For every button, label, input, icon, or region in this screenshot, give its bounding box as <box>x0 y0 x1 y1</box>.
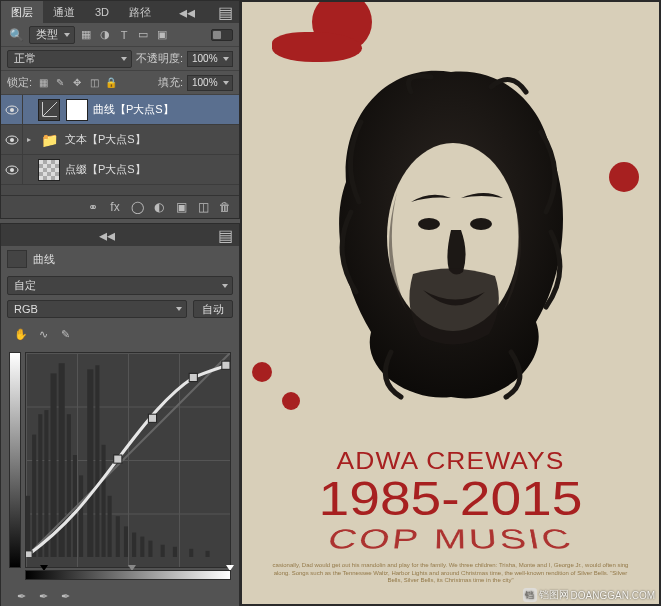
layer-mask-icon[interactable]: ◯ <box>129 199 145 215</box>
folder-icon[interactable]: 📁 <box>38 129 60 151</box>
black-eyedropper-icon[interactable]: ✒ <box>13 588 29 604</box>
curve-tools: ✋ ∿ ✎ <box>7 323 233 345</box>
svg-point-35 <box>418 218 440 230</box>
lock-transparent-icon[interactable]: ▦ <box>36 76 50 90</box>
poster-title: ADWA CREWAYS <box>242 447 659 475</box>
blend-mode-dropdown[interactable]: 正常 <box>7 50 132 68</box>
search-icon[interactable]: 🔍 <box>7 26 25 44</box>
layer-filter-row: 🔍 类型 ▦ ◑ T ▭ ▣ <box>1 23 239 47</box>
lock-pixels-icon[interactable]: ✎ <box>53 76 67 90</box>
fill-field[interactable]: 100% <box>187 75 233 91</box>
new-layer-icon[interactable]: ◫ <box>195 199 211 215</box>
watermark-site: 铛图网 <box>539 588 569 602</box>
poster-subtitle: COP MUSIC <box>242 524 659 556</box>
watermark-icon: 铛 <box>523 588 537 602</box>
filter-kind-dropdown[interactable]: 类型 <box>29 26 75 44</box>
adjustment-layer-icon[interactable]: ◐ <box>151 199 167 215</box>
preset-dropdown[interactable]: 自定 <box>7 276 233 295</box>
layer-fx-icon[interactable]: fx <box>107 199 123 215</box>
paint-splat <box>282 392 300 410</box>
props-title: 曲线 <box>33 252 55 267</box>
curves-grid[interactable] <box>25 352 231 568</box>
expand-icon[interactable]: ▸ <box>23 135 35 144</box>
filter-type-icons: ▦ ◑ T ▭ ▣ <box>79 28 169 42</box>
visibility-icon[interactable] <box>1 95 23 124</box>
layers-footer: ⚭ fx ◯ ◐ ▣ ◫ 🗑 <box>1 195 239 218</box>
filter-pixel-icon[interactable]: ▦ <box>79 28 93 42</box>
svg-rect-29 <box>26 551 32 557</box>
panel-tabs: 图层 通道 3D 路径 ◂◂ ▤ <box>1 1 239 23</box>
tab-layers[interactable]: 图层 <box>1 1 43 23</box>
lock-label: 锁定: <box>7 75 32 90</box>
lock-all-icon[interactable]: 🔒 <box>104 76 118 90</box>
filter-type-icon[interactable]: T <box>117 28 131 42</box>
panel-menu-icon[interactable]: ▤ <box>212 224 239 246</box>
paint-splat <box>609 162 639 192</box>
properties-tabs: ◂◂ ▤ <box>1 224 239 246</box>
lock-artboard-icon[interactable]: ◫ <box>87 76 101 90</box>
lock-icons: ▦ ✎ ✥ ◫ 🔒 <box>36 76 118 90</box>
paint-splat <box>252 362 272 382</box>
curve-overlay[interactable] <box>26 353 230 557</box>
curves-graph[interactable] <box>7 350 233 580</box>
layer-row[interactable]: 点缀【P大点S】 <box>1 155 239 185</box>
svg-point-5 <box>10 168 14 172</box>
filter-toggle[interactable] <box>211 29 233 41</box>
svg-rect-33 <box>222 361 230 369</box>
filter-smart-icon[interactable]: ▣ <box>155 28 169 42</box>
layers-panel: 图层 通道 3D 路径 ◂◂ ▤ 🔍 类型 ▦ ◑ T ▭ ▣ 正常 不透明度:… <box>0 0 240 219</box>
svg-rect-31 <box>148 414 156 422</box>
pixel-thumbnail[interactable] <box>38 159 60 181</box>
tab-3d[interactable]: 3D <box>85 1 119 23</box>
blend-row: 正常 不透明度: 100% <box>1 47 239 71</box>
visibility-icon[interactable] <box>1 125 23 154</box>
watermark: 铛 铛图网 DOANGGAN.COM <box>523 588 655 602</box>
props-header: 曲线 <box>1 246 239 272</box>
fill-label: 填充: <box>158 75 183 90</box>
filter-shape-icon[interactable]: ▭ <box>136 28 150 42</box>
output-gradient <box>9 352 21 568</box>
opacity-label: 不透明度: <box>136 51 183 66</box>
delete-layer-icon[interactable]: 🗑 <box>217 199 233 215</box>
auto-button[interactable]: 自动 <box>193 300 233 318</box>
layer-name[interactable]: 点缀【P大点S】 <box>63 162 239 177</box>
svg-rect-32 <box>189 373 197 381</box>
adjustment-thumbnail[interactable] <box>38 99 60 121</box>
mask-thumbnail[interactable] <box>66 99 88 121</box>
layer-row[interactable]: 曲线【P大点S】 <box>1 95 239 125</box>
tab-paths[interactable]: 路径 <box>119 1 161 23</box>
on-image-tool-icon[interactable]: ✋ <box>13 326 29 342</box>
svg-rect-30 <box>114 455 122 463</box>
properties-panel: ◂◂ ▤ 曲线 自定 RGB 自动 ✋ ∿ ✎ <box>0 223 240 606</box>
group-icon[interactable]: ▣ <box>173 199 189 215</box>
poster-artwork: ADWA CREWAYS 1985-2015 COP MUSIC casiona… <box>242 2 659 604</box>
poster-text-block: ADWA CREWAYS 1985-2015 COP MUSIC casiona… <box>242 447 659 584</box>
gray-eyedropper-icon[interactable]: ✒ <box>35 588 51 604</box>
svg-point-1 <box>10 108 14 112</box>
layer-name[interactable]: 文本【P大点S】 <box>63 132 239 147</box>
svg-point-36 <box>470 218 492 230</box>
lock-position-icon[interactable]: ✥ <box>70 76 84 90</box>
poster-years: 1985-2015 <box>242 477 659 520</box>
curves-icon <box>7 250 27 268</box>
opacity-field[interactable]: 100% <box>187 51 233 67</box>
layer-row[interactable]: ▸ 📁 文本【P大点S】 <box>1 125 239 155</box>
filter-adjust-icon[interactable]: ◑ <box>98 28 112 42</box>
layer-name[interactable]: 曲线【P大点S】 <box>91 102 239 117</box>
panel-collapse-icon[interactable]: ◂◂ <box>173 1 201 23</box>
visibility-icon[interactable] <box>1 155 23 184</box>
panel-menu-icon[interactable]: ▤ <box>212 1 239 23</box>
pencil-tool-icon[interactable]: ✎ <box>57 326 73 342</box>
portrait-silhouette <box>301 52 601 412</box>
eyedropper-tools: ✒ ✒ ✒ <box>7 585 233 606</box>
tab-channels[interactable]: 通道 <box>43 1 85 23</box>
watermark-url: DOANGGAN.COM <box>571 590 655 601</box>
panel-collapse-icon[interactable]: ◂◂ <box>93 224 121 246</box>
svg-point-3 <box>10 138 14 142</box>
white-eyedropper-icon[interactable]: ✒ <box>57 588 73 604</box>
channel-dropdown[interactable]: RGB <box>7 300 187 318</box>
document-canvas[interactable]: ADWA CREWAYS 1985-2015 COP MUSIC casiona… <box>240 0 661 606</box>
poster-fineprint: casionally, Dad would get out his mandol… <box>242 562 659 584</box>
point-tool-icon[interactable]: ∿ <box>35 326 51 342</box>
link-layers-icon[interactable]: ⚭ <box>85 199 101 215</box>
